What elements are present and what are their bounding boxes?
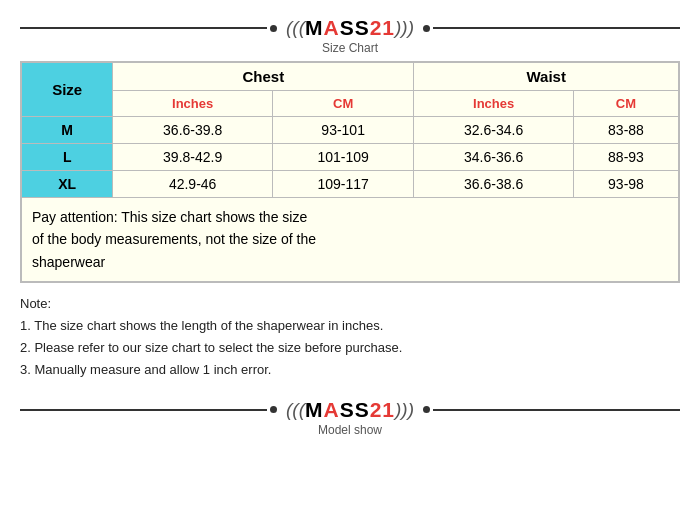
top-dot-right <box>423 25 430 32</box>
bottom-wave-left-icon: ((( <box>286 399 305 421</box>
bottom-dot-left <box>270 406 277 413</box>
header-main-row: Size Chest Waist <box>22 63 679 91</box>
l-waist-cm: 88-93 <box>573 144 678 171</box>
header-sub-row: Inches CM Inches CM <box>22 91 679 117</box>
size-m: M <box>22 117 113 144</box>
wave-right-icon: ))) <box>395 17 414 39</box>
size-header: Size <box>22 63 113 117</box>
size-table: Size Chest Waist Inches CM Inches CM M 3… <box>21 62 679 282</box>
page-wrapper: ((( MASS21 ))) Size Chart Size Chest Wai… <box>0 0 700 513</box>
xl-chest-cm: 109-117 <box>272 171 413 198</box>
chest-header: Chest <box>113 63 414 91</box>
waist-header: Waist <box>414 63 679 91</box>
m-waist-cm: 83-88 <box>573 117 678 144</box>
bottom-brand-name: MASS21 <box>305 398 395 422</box>
notice-line3: shaperwear <box>32 254 105 270</box>
xl-waist-in: 36.6-38.6 <box>414 171 574 198</box>
notes-item-1: 1. The size chart shows the length of th… <box>20 315 680 337</box>
wave-left-icon: ((( <box>286 17 305 39</box>
m-chest-in: 36.6-39.8 <box>113 117 273 144</box>
top-dot-left <box>270 25 277 32</box>
top-banner-subtitle: Size Chart <box>322 41 378 55</box>
l-chest-cm: 101-109 <box>272 144 413 171</box>
top-brand-block: ((( MASS21 ))) <box>280 16 420 40</box>
size-chart-container: Size Chest Waist Inches CM Inches CM M 3… <box>20 61 680 283</box>
waist-inches-header: Inches <box>414 91 574 117</box>
notice-line1: Pay attention: This size chart shows the… <box>32 209 307 225</box>
notice-row: Pay attention: This size chart shows the… <box>22 198 679 282</box>
xl-chest-in: 42.9-46 <box>113 171 273 198</box>
size-l: L <box>22 144 113 171</box>
brand-name: MASS21 <box>305 16 395 40</box>
bottom-line-left <box>20 409 267 411</box>
top-line-left <box>20 27 267 29</box>
bottom-banner: ((( MASS21 ))) Model show <box>20 392 680 437</box>
notes-item-3: 3. Manually measure and allow 1 inch err… <box>20 359 680 381</box>
l-chest-in: 39.8-42.9 <box>113 144 273 171</box>
bottom-line-right <box>433 409 680 411</box>
table-row: M 36.6-39.8 93-101 32.6-34.6 83-88 <box>22 117 679 144</box>
notes-section: Note: 1. The size chart shows the length… <box>20 291 680 387</box>
table-row: XL 42.9-46 109-117 36.6-38.6 93-98 <box>22 171 679 198</box>
notice-line2: of the body measurements, not the size o… <box>32 231 316 247</box>
chest-cm-header: CM <box>272 91 413 117</box>
m-chest-cm: 93-101 <box>272 117 413 144</box>
bottom-banner-subtitle: Model show <box>20 423 680 437</box>
bottom-brand-block: ((( MASS21 ))) <box>280 398 420 422</box>
bottom-banner-row: ((( MASS21 ))) <box>20 392 680 422</box>
top-banner: ((( MASS21 ))) <box>20 10 680 40</box>
notice-text: Pay attention: This size chart shows the… <box>22 198 679 282</box>
bottom-dot-right <box>423 406 430 413</box>
bottom-wave-right-icon: ))) <box>395 399 414 421</box>
xl-waist-cm: 93-98 <box>573 171 678 198</box>
l-waist-in: 34.6-36.6 <box>414 144 574 171</box>
chest-inches-header: Inches <box>113 91 273 117</box>
waist-cm-header: CM <box>573 91 678 117</box>
table-row: L 39.8-42.9 101-109 34.6-36.6 88-93 <box>22 144 679 171</box>
notes-item-2: 2. Please refer to our size chart to sel… <box>20 337 680 359</box>
m-waist-in: 32.6-34.6 <box>414 117 574 144</box>
top-line-right <box>433 27 680 29</box>
size-xl: XL <box>22 171 113 198</box>
notes-title: Note: <box>20 293 680 315</box>
